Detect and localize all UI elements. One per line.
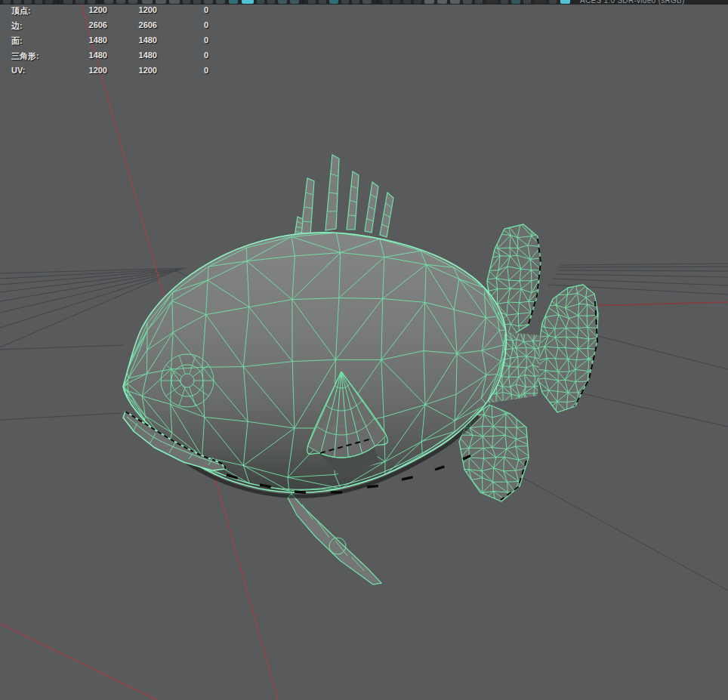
viewport-panel: ACES 1.0 SDR-video (sRGB) 顶点:120012000边:… [0,0,728,700]
toolbar-icon[interactable] [302,0,304,4]
hud-row: 三角形:148014800 [0,51,208,61]
hud-label: 面: [0,35,78,46]
toolbar-icon[interactable] [57,0,59,4]
toolbar-icon[interactable] [142,0,153,4]
hud-row: 边:260626060 [0,20,208,31]
toolbar-icon[interactable] [229,0,238,4]
toolbar-icon[interactable] [104,0,113,4]
hud-value: 0 [157,51,208,61]
toolbar-icon[interactable] [183,0,190,4]
hud-value: 1480 [78,35,107,46]
toolbar-icon[interactable] [156,0,166,4]
hud-value: 0 [157,35,208,46]
hud-value: 1480 [107,51,157,61]
toolbar-icon[interactable] [437,0,447,4]
belly-shadow-tick [295,492,306,492]
toolbar-icon[interactable] [24,0,32,4]
hud-value: 2606 [78,20,107,31]
hud-value: 2606 [107,20,157,31]
toolbar-icon[interactable] [534,0,546,4]
toolbar-icon[interactable] [329,0,338,4]
toolbar-icon[interactable] [382,0,390,4]
toolbar-icon[interactable] [98,0,100,4]
toolbar-icon[interactable] [35,0,42,4]
toolbar-icon[interactable] [523,0,531,4]
toolbar-icon[interactable] [290,0,299,4]
toolbar-icon[interactable] [463,0,472,4]
color-management-label: ACES 1.0 SDR-video (sRGB) [580,0,685,5]
hud-label: 边: [0,20,78,31]
toolbar-icon[interactable] [501,0,508,4]
toolbar-icon[interactable] [204,0,213,4]
toolbar-icon[interactable] [45,0,53,4]
toolbar-icon[interactable] [414,0,421,4]
toolbar-icon[interactable] [511,0,520,4]
toolbar-icon[interactable] [216,0,225,4]
toolbar-icon[interactable] [393,0,400,4]
toolbar-icon[interactable] [424,0,434,4]
hud-value: 1200 [78,5,107,16]
toolbar-icon[interactable] [128,0,137,4]
toolbar-icon[interactable] [88,0,95,4]
status-line-toolbar[interactable]: ACES 1.0 SDR-video (sRGB) [0,0,728,5]
hud-label: 三角形: [0,51,78,61]
belly-shadow-tick [367,486,378,487]
hud-value: 0 [157,20,208,31]
toolbar-icon[interactable] [63,0,72,4]
toolbar-icon[interactable] [116,0,125,4]
3d-viewport-canvas[interactable] [0,0,728,700]
toolbar-icon[interactable] [278,0,287,4]
toolbar-icon[interactable] [352,0,359,4]
hud-row: 面:148014800 [0,35,208,46]
toolbar-icon[interactable] [14,0,21,4]
hud-value: 0 [157,5,208,16]
hud-value: 1480 [78,51,107,61]
toolbar-icon[interactable] [376,0,378,4]
hud-label: UV: [0,66,78,76]
toolbar-icon[interactable] [475,0,483,4]
hud-label: 顶点: [0,5,78,16]
toolbar-icon[interactable] [3,0,11,4]
hud-row: 顶点:120012000 [0,5,208,16]
toolbar-icon[interactable] [267,0,275,4]
toolbar-icon[interactable] [319,0,326,4]
toolbar-icon[interactable] [308,0,316,4]
toolbar-icon[interactable] [169,0,180,4]
toolbar-icon[interactable] [76,0,85,4]
hud-row: UV:120012000 [0,66,208,76]
hud-value: 1200 [78,66,107,76]
toolbar-icon[interactable] [193,0,201,4]
hud-value: 0 [157,66,208,76]
toolbar-icon[interactable] [560,0,570,4]
toolbar-icon[interactable] [257,0,264,4]
hud-value: 1200 [107,66,157,76]
toolbar-icon[interactable] [341,0,349,4]
toolbar-icon[interactable] [403,0,411,4]
toolbar-icon[interactable] [362,0,372,4]
toolbar-icon[interactable] [549,0,557,4]
hud-value: 1480 [107,35,157,46]
toolbar-icon[interactable] [450,0,460,4]
toolbar-icon[interactable] [486,0,498,4]
hud-value: 1200 [107,5,157,16]
toolbar-icon[interactable] [242,0,254,4]
